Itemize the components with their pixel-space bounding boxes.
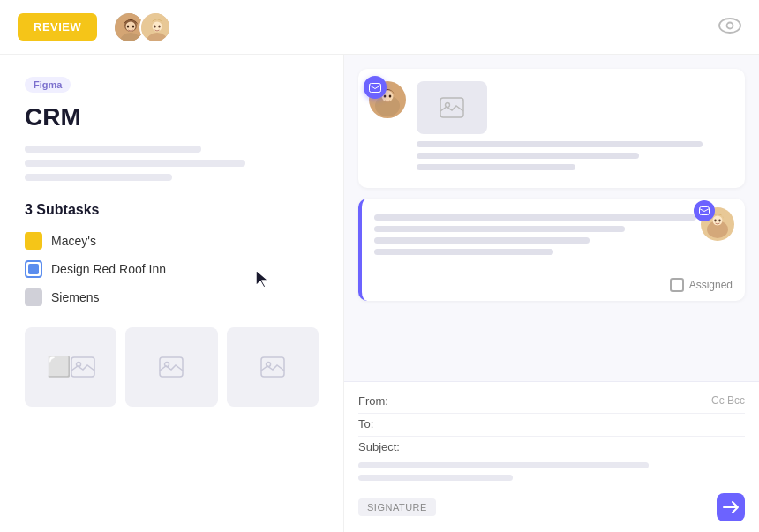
from-row: From: Cc Bcc (358, 394, 745, 408)
svg-point-4 (127, 25, 129, 27)
svg-point-32 (718, 220, 720, 222)
email-compose: From: Cc Bcc To: Subject: SIGNATURE (344, 381, 759, 532)
eye-icon[interactable] (718, 18, 741, 37)
svg-rect-25 (440, 98, 463, 117)
figma-badge: Figma (25, 77, 71, 93)
email-cards-area: Assigned (344, 55, 759, 381)
project-title: CRM (25, 103, 319, 131)
assigned-label: Assigned (689, 279, 733, 291)
from-divider (358, 413, 745, 414)
svg-point-31 (714, 220, 716, 222)
card1-image (417, 81, 487, 134)
right-panel: Assigned From: Cc Bcc To: Subject: (344, 55, 759, 532)
avatars-group (113, 11, 171, 43)
image-placeholder-3[interactable] (227, 327, 319, 407)
card1-line-3 (417, 164, 575, 170)
compose-body[interactable] (358, 462, 745, 481)
card1-line-2 (417, 153, 639, 159)
svg-point-8 (153, 21, 162, 31)
svg-point-5 (132, 25, 134, 27)
image-placeholder-1[interactable]: ⬜ (25, 327, 116, 407)
card1-line-1 (417, 141, 703, 147)
compose-footer: SIGNATURE (358, 493, 745, 521)
card1-avatar (369, 81, 406, 118)
send-button[interactable] (717, 493, 745, 521)
subtask-icon-yellow (25, 232, 42, 250)
svg-rect-13 (71, 357, 94, 377)
card1-inner (358, 69, 745, 188)
subtask-label-2: Design Red Roof Inn (51, 262, 166, 276)
main-layout: Figma CRM 3 Subtasks Macey's Design Red … (0, 55, 759, 532)
subtask-label-3: Siemens (51, 290, 99, 304)
svg-rect-15 (160, 357, 183, 377)
body-line-1 (358, 462, 649, 468)
card2-avatar-wrap (701, 207, 734, 244)
card1-content (417, 81, 734, 176)
subtask-icon-gray (25, 288, 42, 306)
desc-line-2 (25, 160, 245, 167)
assigned-checkbox[interactable] (670, 278, 684, 292)
card2-line-1 (374, 214, 696, 221)
assigned-badge: Assigned (362, 273, 745, 301)
subject-label: Subject: (358, 440, 400, 453)
review-button[interactable]: REVIEW (18, 13, 97, 41)
subtask-label-1: Macey's (51, 234, 96, 248)
svg-rect-19 (370, 83, 381, 92)
body-line-2 (358, 475, 513, 481)
signature-button[interactable]: SIGNATURE (358, 498, 436, 516)
image-icon-1: ⬜ (47, 356, 71, 378)
subtasks-heading: 3 Subtasks (25, 202, 319, 218)
svg-point-23 (384, 94, 387, 97)
desc-line-3 (25, 174, 172, 181)
svg-point-11 (719, 19, 740, 33)
to-label: To: (358, 417, 373, 431)
image-placeholder-2[interactable] (125, 327, 217, 407)
desc-line-1 (25, 146, 201, 153)
top-bar: REVIEW (0, 0, 759, 55)
from-label: From: (358, 394, 388, 408)
subject-row: Subject: (358, 440, 745, 453)
subtask-item-1[interactable]: Macey's (25, 232, 319, 250)
svg-point-9 (154, 25, 156, 27)
card2-line-2 (374, 226, 625, 232)
email-card-1[interactable] (358, 69, 745, 188)
subtask-item-2[interactable]: Design Red Roof Inn (25, 260, 319, 278)
subtask-item-3[interactable]: Siemens (25, 288, 319, 306)
email-badge-1 (364, 76, 387, 99)
card2-inner (362, 199, 745, 273)
cc-bcc-label: Cc Bcc (711, 394, 745, 408)
card2-email-badge (694, 200, 715, 221)
card2-line-3 (374, 237, 590, 244)
svg-point-24 (389, 94, 392, 97)
svg-rect-17 (261, 357, 284, 377)
left-panel: Figma CRM 3 Subtasks Macey's Design Red … (0, 55, 344, 532)
card2-line-4 (374, 249, 553, 255)
to-row: To: (358, 417, 745, 431)
subtask-list: Macey's Design Red Roof Inn Siemens (25, 232, 319, 306)
avatar-2 (139, 11, 171, 43)
svg-point-10 (159, 25, 161, 27)
email-card-2[interactable]: Assigned (358, 199, 745, 301)
description-lines (25, 146, 319, 181)
card2-content (374, 211, 733, 260)
image-row: ⬜ (25, 327, 319, 407)
to-divider (358, 436, 745, 437)
svg-point-12 (727, 22, 733, 28)
subtask-icon-blue (25, 260, 42, 278)
